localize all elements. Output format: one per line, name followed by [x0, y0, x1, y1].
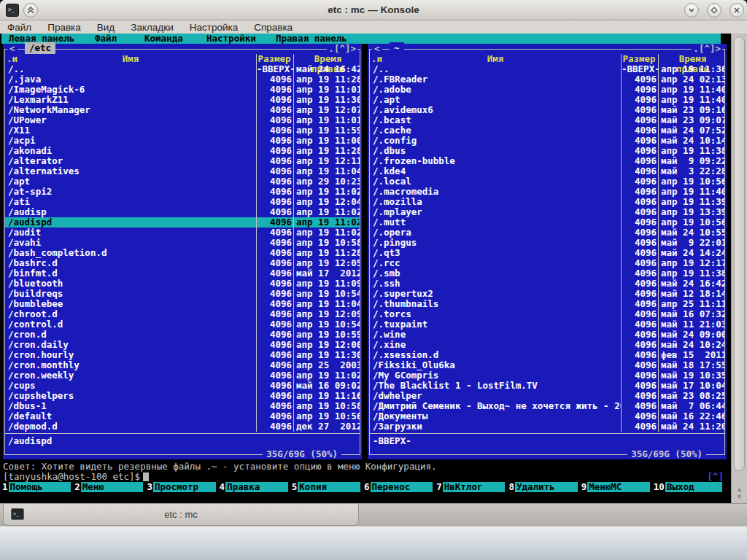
- file-row[interactable]: /.kde44096май 3 22:28: [370, 166, 724, 176]
- terminal[interactable]: Левая панельФайлКомандаНастройкиПравая п…: [0, 34, 731, 503]
- function-key-6[interactable]: 6Перенос: [363, 482, 433, 492]
- file-row[interactable]: /avahi4096апр 19 10:58: [5, 238, 360, 248]
- app-menu-item[interactable]: Справка: [254, 22, 293, 33]
- function-key-8[interactable]: 8Удалить: [508, 482, 577, 492]
- file-row[interactable]: /.wine4096май 24 09:00: [370, 330, 724, 340]
- file-row[interactable]: /depmod.d4096дек 27 2012: [5, 421, 360, 432]
- file-row[interactable]: /dwhelper4096май 23 08:25: [370, 391, 724, 401]
- function-key-9[interactable]: 9МенюМС: [581, 482, 650, 492]
- file-row[interactable]: /.dbus4096апр 19 11:38: [370, 146, 724, 156]
- file-row[interactable]: /.smb4096апр 19 11:38: [370, 268, 724, 279]
- panel-path-tab[interactable]: /etc: [25, 42, 55, 54]
- function-key-4[interactable]: 4Правка: [219, 482, 288, 492]
- file-row[interactable]: /..-ВВЕРХ-май 24 16:42: [5, 64, 360, 74]
- file-row[interactable]: /ati4096апр 19 12:04: [5, 197, 360, 207]
- file-row[interactable]: /cups4096май 16 09:02: [5, 381, 360, 391]
- file-row[interactable]: /cupshelpers4096апр 19 11:16: [5, 391, 360, 401]
- file-row[interactable]: /Дмитрий Семеник - Выход~ не хочется жит…: [370, 401, 724, 411]
- panel-updir-marker[interactable]: .[^]>: [692, 44, 722, 54]
- file-row[interactable]: /Загрузки4096май 24 11:20: [370, 421, 724, 432]
- file-row[interactable]: /bumblebee4096апр 19 11:04: [5, 299, 360, 309]
- file-row[interactable]: /.adobe4096апр 19 11:40: [370, 85, 724, 95]
- file-row[interactable]: /.local4096апр 19 10:56: [370, 176, 724, 187]
- close-button[interactable]: [729, 3, 744, 18]
- mc-menu-item[interactable]: Настройки: [206, 34, 256, 44]
- window-titlebar[interactable]: >_ etc : mc — Konsole: [0, 0, 747, 20]
- file-row[interactable]: /.mutt4096апр 19 10:56: [370, 217, 724, 228]
- file-row[interactable]: /akonadi4096апр 19 11:28: [5, 146, 360, 156]
- file-row[interactable]: /LexmarkZ114096апр 19 11:30: [5, 95, 360, 105]
- app-menu-item[interactable]: Закладки: [131, 22, 173, 33]
- panel-history-back-arrow[interactable]: <: [372, 44, 382, 54]
- scrollbar-arrows[interactable]: ▲▼: [732, 486, 747, 500]
- file-row[interactable]: /.opera4096май 24 10:55: [370, 228, 724, 238]
- file-row[interactable]: /.avidemux64096май 23 09:16: [370, 105, 724, 115]
- file-row[interactable]: /bluetooth4096апр 19 11:09: [5, 279, 360, 289]
- panel-path-tab[interactable]: ~: [390, 42, 404, 54]
- app-menu-item[interactable]: Настройка: [190, 22, 238, 33]
- file-row[interactable]: /acpi4096апр 19 11:00: [5, 136, 360, 146]
- file-row[interactable]: /.apt4096апр 19 11:40: [370, 95, 724, 105]
- file-row[interactable]: /ImageMagick-64096апр 19 11:01: [5, 85, 360, 95]
- tab-etc-mc[interactable]: >_ etc : mc: [3, 504, 359, 526]
- file-row[interactable]: /Fiksiki_Olu6ka4096май 18 17:55: [370, 360, 724, 370]
- terminal-scrollbar[interactable]: ▲▼: [731, 34, 747, 503]
- file-row[interactable]: /.mplayer4096апр 19 13:39: [370, 207, 724, 217]
- column-mtime-header[interactable]: Время правки: [658, 54, 724, 64]
- file-row[interactable]: /at-spi24096апр 19 11:02: [5, 187, 360, 197]
- file-row[interactable]: /buildreqs4096апр 19 10:54: [5, 289, 360, 299]
- mc-menu-item[interactable]: Команда: [144, 34, 183, 44]
- file-row[interactable]: /apt4096апр 29 10:23: [5, 176, 360, 187]
- file-row[interactable]: /.bcast4096май 23 09:07: [370, 115, 724, 125]
- file-row[interactable]: /.mozilla4096апр 19 11:39: [370, 197, 724, 207]
- file-row[interactable]: /.macromedia4096апр 19 11:40: [370, 187, 724, 197]
- file-row[interactable]: /audit4096апр 19 11:02: [5, 228, 360, 238]
- file-row[interactable]: /.qt34096май 24 14:24: [370, 248, 724, 258]
- file-row[interactable]: /.thumbnails4096апр 25 11:11: [370, 299, 724, 309]
- scrollbar-thumb[interactable]: [734, 36, 745, 471]
- file-row[interactable]: /.xsession.d4096фев 15 2011: [370, 350, 724, 360]
- file-row[interactable]: /.torcs4096май 16 07:32: [370, 309, 724, 319]
- mc-menu-item[interactable]: Правая панель: [276, 34, 347, 44]
- file-row[interactable]: /NetworkManager4096апр 19 12:07: [5, 105, 360, 115]
- file-row[interactable]: /.tuxpaint4096май 11 21:03: [370, 319, 724, 330]
- file-row[interactable]: /bashrc.d4096апр 19 12:05: [5, 258, 360, 268]
- file-row[interactable]: /chroot.d4096апр 19 12:09: [5, 309, 360, 319]
- file-row[interactable]: /bash_completion.d4096апр 19 11:28: [5, 248, 360, 258]
- file-row[interactable]: /My GCompris4096май 19 10:35: [370, 370, 724, 381]
- file-row[interactable]: /alterator4096апр 19 12:11: [5, 156, 360, 166]
- file-row[interactable]: /.config4096май 24 10:14: [370, 136, 724, 146]
- file-row[interactable]: /cron.monthly4096апр 25 2003: [5, 360, 360, 370]
- file-row[interactable]: /alternatives4096апр 19 11:04: [5, 166, 360, 176]
- file-row[interactable]: /X114096апр 19 11:59: [5, 125, 360, 136]
- app-menu-item[interactable]: Вид: [97, 22, 115, 33]
- file-row[interactable]: /binfmt.d4096май 17 2012: [5, 268, 360, 279]
- file-row[interactable]: /.java4096апр 19 11:28: [5, 74, 360, 85]
- file-row[interactable]: /The Blacklist 1 - LostFilm.TV4096май 17…: [370, 381, 724, 391]
- function-key-5[interactable]: 5Копия: [291, 482, 360, 492]
- file-row[interactable]: /.frozen-bubble4096май 9 09:22: [370, 156, 724, 166]
- file-row[interactable]: /.rcc4096апр 19 12:17: [370, 258, 724, 268]
- maximize-button[interactable]: [707, 3, 721, 18]
- function-key-2[interactable]: 2Меню: [74, 482, 143, 492]
- file-row[interactable]: /.ssh4096май 24 16:42: [370, 279, 724, 289]
- function-key-1[interactable]: 1Помощь: [1, 482, 71, 492]
- column-name-header[interactable]: .иИмя: [370, 54, 621, 64]
- file-row[interactable]: /cron.hourly4096апр 19 11:30: [5, 350, 360, 360]
- file-row[interactable]: /dbus-14096апр 19 10:58: [5, 401, 360, 411]
- file-row[interactable]: /.pingus4096май 9 22:01: [370, 238, 724, 248]
- column-size-header[interactable]: Размер: [256, 54, 293, 64]
- file-row[interactable]: /..-ВВЕРХ-апр 19 11:36: [370, 64, 724, 74]
- shell-prompt[interactable]: [tanyushka@host-100 etc]$: [3, 472, 149, 482]
- minimize-button[interactable]: [684, 3, 699, 18]
- function-key-3[interactable]: 3Просмотр: [146, 482, 215, 492]
- file-row[interactable]: /default4096апр 19 10:56: [5, 411, 360, 421]
- file-row[interactable]: /cron.weekly4096апр 19 11:02: [5, 370, 360, 381]
- app-menu-item[interactable]: Файл: [7, 22, 31, 33]
- file-row[interactable]: /.cache4096май 24 07:52: [370, 125, 724, 136]
- file-row[interactable]: /.xine4096май 24 10:24: [370, 340, 724, 350]
- column-mtime-header[interactable]: Время правки: [293, 54, 360, 64]
- panel-updir-marker[interactable]: .[^]>: [327, 44, 357, 54]
- file-row[interactable]: /cron.daily4096апр 19 12:00: [5, 340, 360, 350]
- app-menu-item[interactable]: Правка: [47, 22, 81, 33]
